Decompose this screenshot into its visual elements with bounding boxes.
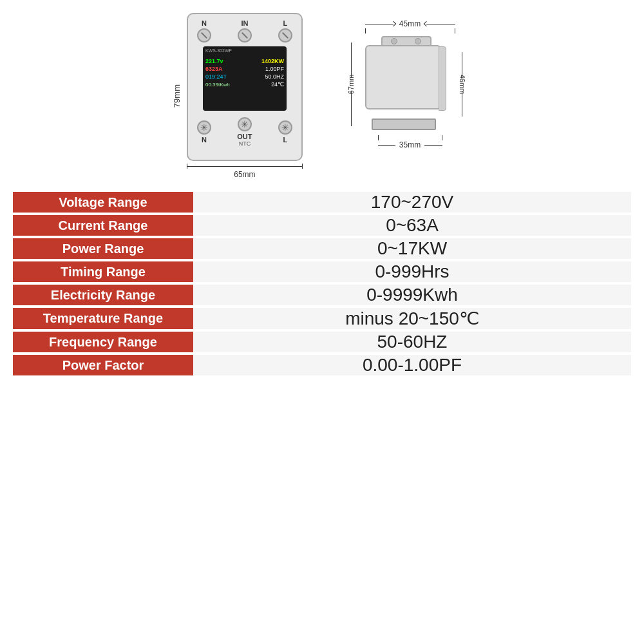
screw-n-top — [197, 28, 211, 43]
spec-value: 0.00-1.00PF — [193, 354, 631, 377]
terminal-n-bottom: N — [202, 136, 207, 144]
height-label-right-right: 46mm — [459, 75, 466, 95]
screw-l-bottom: ✳ — [278, 120, 292, 135]
spec-value: 0-999Hrs — [193, 260, 631, 283]
height-label-right-left: 67mm — [347, 75, 355, 95]
disp-freq: 50.0HZ — [265, 73, 284, 80]
display-screen: KWS-302WF 221.7v 1402KW 6323A 1.00PF — [203, 46, 287, 111]
spec-label: Current Range — [13, 214, 193, 237]
screw-out: ✳ — [238, 117, 252, 131]
specs-table: Voltage Range 170~270V Current Range 0~6… — [13, 192, 631, 378]
spec-label: Power Range — [13, 237, 193, 260]
table-row: Electricity Range 0-9999Kwh — [13, 283, 631, 307]
screw-n-bottom: ✳ — [197, 120, 211, 135]
disp-power: 1402KW — [261, 58, 284, 64]
table-row: Power Factor 0.00-1.00PF — [13, 354, 631, 377]
disp-temp: 24℃ — [271, 81, 284, 88]
height-label-left: 79mm — [172, 84, 182, 108]
disp-kwh: 00:39tKwh — [205, 82, 230, 88]
top-width-label: 45mm — [399, 19, 421, 28]
width-label-left: 65mm — [234, 170, 255, 179]
terminal-ntc: NTC — [239, 140, 251, 147]
spec-label: Frequency Range — [13, 330, 193, 354]
spec-value: minus 20~150℃ — [193, 307, 631, 330]
table-row: Current Range 0~63A — [13, 214, 631, 237]
spec-label: Voltage Range — [13, 192, 193, 214]
disp-time: 019:24T — [205, 73, 227, 80]
device-diagram-left: 79mm N IN L — [172, 13, 303, 179]
terminal-n-top: N — [202, 19, 207, 27]
spec-value: 50-60HZ — [193, 330, 631, 354]
device-diagram-right: 45mm 67mm — [341, 19, 472, 149]
bottom-width-label: 35mm — [399, 140, 421, 149]
disp-voltage: 221.7v — [205, 58, 223, 64]
terminal-out: OUT — [237, 133, 252, 140]
table-row: Temperature Range minus 20~150℃ — [13, 307, 631, 330]
disp-current: 6323A — [205, 66, 223, 72]
table-row: Voltage Range 170~270V — [13, 192, 631, 214]
spec-value: 0~63A — [193, 214, 631, 237]
model-label: KWS-302WF — [205, 48, 232, 53]
device-box-left: N IN L KWS-302WF — [187, 13, 303, 161]
width-bracket: 65mm — [187, 164, 303, 179]
terminal-in: IN — [241, 19, 248, 27]
spec-value: 0-9999Kwh — [193, 283, 631, 307]
spec-value: 170~270V — [193, 192, 631, 214]
spec-label: Electricity Range — [13, 283, 193, 307]
table-row: Power Range 0~17KW — [13, 237, 631, 260]
table-row: Timing Range 0-999Hrs — [13, 260, 631, 283]
spec-label: Temperature Range — [13, 307, 193, 330]
spec-label: Power Factor — [13, 354, 193, 377]
disp-pf: 1.00PF — [265, 66, 284, 72]
spec-value: 0~17KW — [193, 237, 631, 260]
screw-in — [238, 28, 252, 43]
terminal-l-bottom: L — [283, 136, 288, 144]
table-row: Frequency Range 50-60HZ — [13, 330, 631, 354]
terminal-l-top: L — [283, 19, 288, 27]
screw-l-top — [278, 28, 292, 43]
spec-label: Timing Range — [13, 260, 193, 283]
